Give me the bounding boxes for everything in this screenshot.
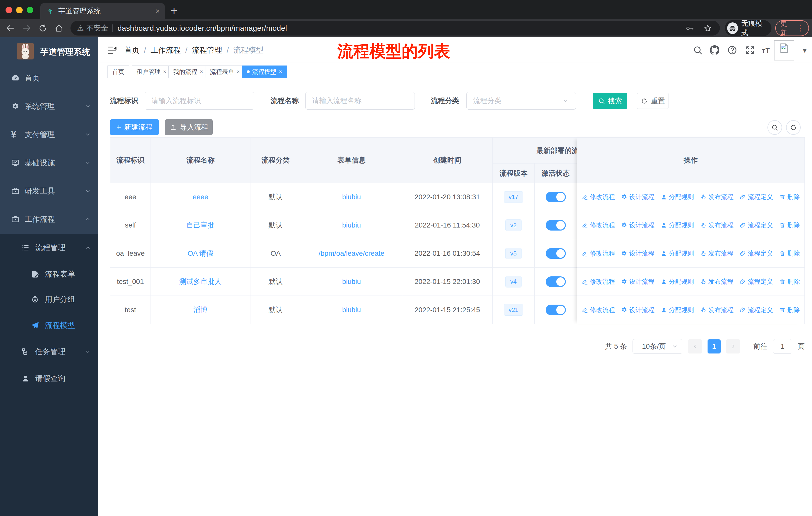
action-edit-link[interactable]: 修改流程 bbox=[581, 193, 615, 201]
action-design-link[interactable]: 设计流程 bbox=[621, 193, 655, 201]
action-assign-link[interactable]: 分配规则 bbox=[661, 249, 694, 257]
show-search-button[interactable] bbox=[767, 120, 782, 135]
forward-icon[interactable] bbox=[22, 23, 31, 33]
action-definition-link[interactable]: 流程定义 bbox=[740, 306, 773, 314]
tag-close-icon[interactable]: × bbox=[237, 69, 240, 75]
action-design-link[interactable]: 设计流程 bbox=[621, 221, 655, 229]
tag-close-icon[interactable]: × bbox=[200, 69, 203, 75]
bookmark-star-icon[interactable] bbox=[703, 24, 712, 33]
action-design-link[interactable]: 设计流程 bbox=[621, 249, 655, 257]
filter-category-select[interactable]: 流程分类 bbox=[466, 92, 576, 110]
active-toggle[interactable] bbox=[546, 305, 566, 315]
next-page-button[interactable] bbox=[726, 340, 740, 353]
action-publish-link[interactable]: 发布流程 bbox=[700, 306, 733, 314]
security-label[interactable]: 不安全 bbox=[86, 23, 108, 33]
search-button[interactable]: 搜索 bbox=[593, 93, 627, 109]
address-bar[interactable]: ⚠ 不安全 dashboard.yudao.iocoder.cn/bpm/man… bbox=[70, 21, 720, 35]
tag-close-icon[interactable]: × bbox=[163, 69, 166, 75]
url-text[interactable]: dashboard.yudao.iocoder.cn/bpm/manager/m… bbox=[118, 24, 287, 32]
action-publish-link[interactable]: 发布流程 bbox=[700, 193, 733, 201]
browser-tab[interactable]: 芋道管理系统 × bbox=[40, 3, 165, 19]
process-name-link[interactable]: 测试多审批人 bbox=[179, 277, 222, 287]
action-definition-link[interactable]: 流程定义 bbox=[740, 193, 773, 201]
tag-tenant[interactable]: 租户管理 × bbox=[132, 65, 171, 78]
sidebar-item-payment[interactable]: ¥ 支付管理 bbox=[0, 120, 98, 148]
action-publish-link[interactable]: 发布流程 bbox=[700, 221, 733, 229]
traffic-zoom-icon[interactable] bbox=[27, 7, 33, 13]
action-assign-link[interactable]: 分配规则 bbox=[661, 306, 694, 314]
tag-process-model[interactable]: 流程模型 × bbox=[242, 65, 287, 78]
sidebar-item-process-mgmt[interactable]: 流程管理 bbox=[0, 234, 98, 262]
browser-update-button[interactable]: 更新 ⋮ bbox=[775, 20, 809, 36]
action-publish-link[interactable]: 发布流程 bbox=[700, 277, 733, 286]
form-info-link[interactable]: biubiu bbox=[342, 221, 361, 229]
home-icon[interactable] bbox=[54, 23, 64, 33]
filter-key-input[interactable] bbox=[145, 92, 254, 110]
reload-icon[interactable] bbox=[38, 24, 47, 33]
action-assign-link[interactable]: 分配规则 bbox=[661, 221, 694, 229]
form-info-link[interactable]: /bpm/oa/leave/create bbox=[319, 249, 385, 257]
action-design-link[interactable]: 设计流程 bbox=[621, 306, 655, 314]
sidebar-item-devtools[interactable]: 研发工具 bbox=[0, 177, 98, 205]
action-edit-link[interactable]: 修改流程 bbox=[581, 221, 615, 229]
form-info-link[interactable]: biubiu bbox=[342, 306, 361, 314]
action-delete-link[interactable]: 删除 bbox=[779, 277, 800, 286]
filter-name-input[interactable] bbox=[305, 92, 415, 110]
action-assign-link[interactable]: 分配规则 bbox=[661, 277, 694, 286]
sidebar-item-infra[interactable]: 基础设施 bbox=[0, 148, 98, 177]
sidebar-item-user-group[interactable]: 用户分组 bbox=[0, 285, 98, 314]
breadcrumb-home[interactable]: 首页 bbox=[124, 45, 140, 55]
sidebar-item-leave-query[interactable]: 请假查询 bbox=[0, 364, 98, 392]
action-delete-link[interactable]: 删除 bbox=[779, 221, 800, 229]
tab-close-icon[interactable]: × bbox=[155, 7, 160, 15]
sidebar-item-system[interactable]: 系统管理 bbox=[0, 92, 98, 120]
traffic-close-icon[interactable] bbox=[5, 7, 12, 13]
action-definition-link[interactable]: 流程定义 bbox=[740, 221, 773, 229]
key-icon[interactable] bbox=[685, 24, 694, 33]
process-name-link[interactable]: eeee bbox=[193, 193, 208, 201]
sidebar-item-task-mgmt[interactable]: 任务管理 bbox=[0, 337, 98, 366]
sidebar-item-process-model[interactable]: 流程模型 bbox=[0, 311, 98, 340]
action-edit-link[interactable]: 修改流程 bbox=[581, 306, 615, 314]
tag-close-icon[interactable]: × bbox=[279, 69, 282, 75]
breadcrumb-process-mgmt[interactable]: 流程管理 bbox=[192, 45, 222, 55]
current-page-button[interactable]: 1 bbox=[707, 340, 721, 353]
tag-my-process[interactable]: 我的流程 × bbox=[168, 65, 208, 78]
goto-page-input[interactable] bbox=[773, 339, 792, 354]
action-edit-link[interactable]: 修改流程 bbox=[581, 249, 615, 257]
search-icon[interactable] bbox=[693, 45, 703, 55]
action-definition-link[interactable]: 流程定义 bbox=[740, 277, 773, 286]
user-avatar[interactable] bbox=[774, 40, 794, 60]
browser-menu-icon[interactable]: ⋮ bbox=[796, 24, 804, 32]
traffic-minimize-icon[interactable] bbox=[16, 7, 23, 13]
active-toggle[interactable] bbox=[546, 192, 566, 202]
action-edit-link[interactable]: 修改流程 bbox=[581, 277, 615, 286]
action-definition-link[interactable]: 流程定义 bbox=[740, 249, 773, 257]
sidebar-item-home[interactable]: 首页 bbox=[0, 64, 98, 92]
form-info-link[interactable]: biubiu bbox=[342, 278, 361, 286]
action-delete-link[interactable]: 删除 bbox=[779, 193, 800, 201]
help-icon[interactable] bbox=[727, 45, 737, 55]
breadcrumb-workflow[interactable]: 工作流程 bbox=[150, 45, 181, 55]
app-logo[interactable] bbox=[17, 43, 34, 59]
fullscreen-icon[interactable] bbox=[745, 45, 755, 55]
action-publish-link[interactable]: 发布流程 bbox=[700, 249, 733, 257]
font-size-icon[interactable] bbox=[762, 45, 772, 55]
new-tab-icon[interactable]: + bbox=[171, 3, 177, 18]
action-assign-link[interactable]: 分配规则 bbox=[661, 193, 694, 201]
process-name-link[interactable]: 滔博 bbox=[194, 305, 208, 315]
process-name-link[interactable]: 自己审批 bbox=[186, 220, 215, 230]
process-name-link[interactable]: OA 请假 bbox=[187, 249, 213, 258]
create-process-button[interactable]: + 新建流程 bbox=[110, 119, 159, 135]
refresh-table-button[interactable] bbox=[786, 120, 801, 135]
reset-button[interactable]: 重置 bbox=[637, 93, 669, 109]
form-info-link[interactable]: biubiu bbox=[342, 193, 361, 201]
action-delete-link[interactable]: 删除 bbox=[779, 249, 800, 257]
tag-home[interactable]: 首页 bbox=[108, 65, 129, 78]
sidebar-item-process-form[interactable]: 流程表单 bbox=[0, 260, 98, 288]
update-label[interactable]: 更新 bbox=[780, 19, 793, 38]
caret-down-icon[interactable]: ▾ bbox=[803, 46, 807, 55]
sidebar-item-workflow[interactable]: 工作流程 bbox=[0, 205, 98, 233]
tag-process-form[interactable]: 流程表单 × bbox=[205, 65, 245, 78]
action-design-link[interactable]: 设计流程 bbox=[621, 277, 655, 286]
